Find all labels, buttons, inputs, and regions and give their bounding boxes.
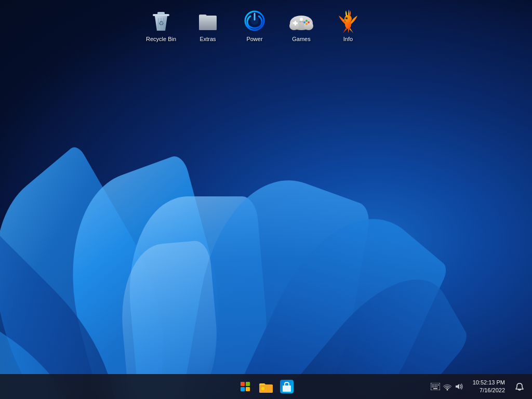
svg-point-28 xyxy=(261,387,264,390)
extras-label: Extras xyxy=(200,35,216,43)
svg-point-15 xyxy=(305,20,308,22)
clock-date: 7/16/2022 xyxy=(480,387,505,394)
keyboard-tray-icon[interactable] xyxy=(430,381,441,392)
svg-rect-36 xyxy=(438,384,439,385)
extras-icon xyxy=(195,8,220,33)
microsoft-store-button[interactable] xyxy=(277,377,296,396)
desktop-icon-recycle-bin[interactable]: ♻ Recycle Bin xyxy=(140,5,182,46)
info-label: Info xyxy=(343,35,353,43)
tray-icons xyxy=(428,381,467,392)
svg-point-16 xyxy=(308,21,310,23)
win-logo-blue xyxy=(241,387,245,391)
notification-icon xyxy=(515,382,524,391)
svg-rect-41 xyxy=(433,388,437,389)
games-label: Games xyxy=(292,35,310,43)
win-logo-red xyxy=(241,382,245,386)
svg-rect-40 xyxy=(436,387,437,388)
windows-logo-icon xyxy=(241,382,250,391)
start-button[interactable] xyxy=(236,377,255,396)
svg-rect-32 xyxy=(432,384,433,385)
svg-point-25 xyxy=(347,18,347,18)
desktop-icon-games[interactable]: Games xyxy=(281,5,322,46)
svg-point-18 xyxy=(305,23,308,25)
svg-rect-37 xyxy=(432,387,433,388)
desktop-icons-area: ♻ Recycle Bin xyxy=(140,5,369,46)
volume-tray-icon[interactable] xyxy=(454,381,464,392)
power-label: Power xyxy=(246,35,262,43)
svg-rect-7 xyxy=(199,16,217,30)
store-icon xyxy=(280,380,294,393)
svg-rect-33 xyxy=(433,384,434,385)
svg-rect-39 xyxy=(435,387,436,388)
taskbar: 10:52:13 PM 7/16/2022 xyxy=(0,374,532,399)
svg-rect-35 xyxy=(436,384,437,385)
win-logo-yellow xyxy=(246,387,250,391)
clock-time: 10:52:13 PM xyxy=(473,379,505,387)
svg-rect-14 xyxy=(293,22,298,24)
svg-rect-19 xyxy=(299,21,301,22)
svg-point-23 xyxy=(344,15,352,22)
system-clock[interactable]: 10:52:13 PM 7/16/2022 xyxy=(471,376,507,397)
desktop-wallpaper xyxy=(0,0,532,399)
file-explorer-icon xyxy=(259,380,273,393)
recycle-bin-label: Recycle Bin xyxy=(146,35,176,43)
svg-point-24 xyxy=(345,17,348,19)
info-phoenix-icon xyxy=(336,8,361,33)
win-logo-green xyxy=(246,382,250,386)
svg-rect-30 xyxy=(283,385,291,392)
file-explorer-button[interactable] xyxy=(257,377,275,396)
svg-rect-38 xyxy=(433,387,434,388)
network-tray-icon[interactable] xyxy=(442,381,453,392)
desktop-icon-info[interactable]: Info xyxy=(327,5,369,46)
svg-point-42 xyxy=(446,389,448,391)
svg-rect-20 xyxy=(302,21,304,22)
desktop-icon-extras[interactable]: Extras xyxy=(187,5,229,46)
recycle-bin-icon: ♻ xyxy=(149,8,174,33)
notification-center-button[interactable] xyxy=(511,377,528,396)
bloom-decoration xyxy=(0,35,426,399)
games-icon xyxy=(289,8,314,33)
svg-rect-27 xyxy=(259,385,273,393)
svg-rect-34 xyxy=(435,384,436,385)
desktop-icon-power[interactable]: Power xyxy=(234,5,275,46)
svg-point-21 xyxy=(300,18,303,21)
taskbar-right: 10:52:13 PM 7/16/2022 xyxy=(428,376,528,397)
taskbar-center-icons xyxy=(236,377,296,396)
svg-rect-1 xyxy=(157,12,165,15)
svg-text:♻: ♻ xyxy=(158,20,164,27)
svg-point-9 xyxy=(250,17,259,25)
power-icon xyxy=(242,8,267,33)
